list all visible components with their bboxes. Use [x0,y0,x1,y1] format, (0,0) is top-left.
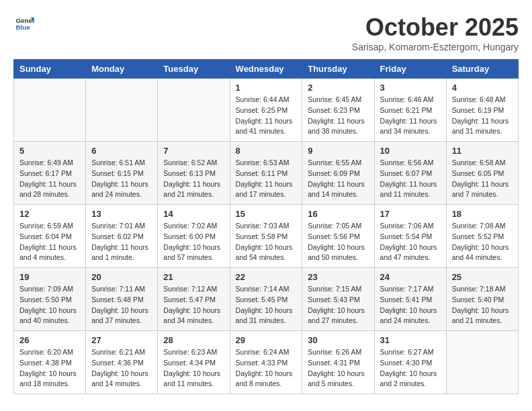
day-info: Sunrise: 6:46 AMSunset: 6:21 PMDaylight:… [380,95,441,137]
day-cell: 2Sunrise: 6:45 AMSunset: 6:23 PMDaylight… [302,79,374,142]
weekday-header-row: SundayMondayTuesdayWednesdayThursdayFrid… [14,60,519,79]
day-number: 24 [380,272,441,282]
day-number: 4 [452,83,513,93]
day-cell: 20Sunrise: 7:11 AMSunset: 5:48 PMDayligh… [86,268,158,331]
day-number: 20 [91,272,152,282]
day-cell: 19Sunrise: 7:09 AMSunset: 5:50 PMDayligh… [14,268,86,331]
day-cell: 17Sunrise: 7:06 AMSunset: 5:54 PMDayligh… [374,205,446,268]
day-info: Sunrise: 6:24 AMSunset: 4:33 PMDaylight:… [236,347,297,390]
day-info: Sunrise: 6:49 AMSunset: 6:17 PMDaylight:… [19,158,80,200]
day-number: 1 [236,83,297,93]
day-cell: 4Sunrise: 6:48 AMSunset: 6:19 PMDaylight… [446,79,518,142]
day-number: 8 [236,146,297,156]
day-cell: 16Sunrise: 7:05 AMSunset: 5:56 PMDayligh… [302,205,374,268]
day-info: Sunrise: 6:23 AMSunset: 4:34 PMDaylight:… [163,347,224,390]
day-cell: 25Sunrise: 7:18 AMSunset: 5:40 PMDayligh… [446,268,518,331]
day-number: 30 [308,335,368,345]
day-number: 5 [19,146,80,156]
day-info: Sunrise: 6:59 AMSunset: 6:04 PMDaylight:… [19,221,80,263]
day-info: Sunrise: 6:53 AMSunset: 6:11 PMDaylight:… [236,158,297,200]
day-info: Sunrise: 7:17 AMSunset: 5:41 PMDaylight:… [380,284,441,326]
day-cell: 26Sunrise: 6:20 AMSunset: 4:38 PMDayligh… [14,331,86,394]
day-cell: 21Sunrise: 7:12 AMSunset: 5:47 PMDayligh… [158,268,230,331]
calendar-table: SundayMondayTuesdayWednesdayThursdayFrid… [13,59,519,394]
day-number: 19 [19,272,80,282]
week-row-3: 12Sunrise: 6:59 AMSunset: 6:04 PMDayligh… [14,205,519,268]
day-cell: 28Sunrise: 6:23 AMSunset: 4:34 PMDayligh… [158,331,230,394]
day-number: 25 [452,272,513,282]
day-number: 11 [452,146,513,156]
day-info: Sunrise: 7:18 AMSunset: 5:40 PMDaylight:… [452,284,513,326]
day-info: Sunrise: 6:26 AMSunset: 4:31 PMDaylight:… [308,347,368,390]
day-cell: 11Sunrise: 6:58 AMSunset: 6:05 PMDayligh… [446,142,518,205]
day-cell: 12Sunrise: 6:59 AMSunset: 6:04 PMDayligh… [14,205,86,268]
header-saturday: Saturday [446,60,518,79]
header-monday: Monday [86,60,158,79]
day-cell: 10Sunrise: 6:56 AMSunset: 6:07 PMDayligh… [374,142,446,205]
header-tuesday: Tuesday [158,60,230,79]
day-number: 18 [452,209,513,219]
day-cell: 6Sunrise: 6:51 AMSunset: 6:15 PMDaylight… [86,142,158,205]
logo: General Blue [13,13,35,36]
day-number: 13 [91,209,152,219]
day-number: 28 [163,335,224,345]
day-number: 22 [236,272,297,282]
location-subtitle: Sarisap, Komarom-Esztergom, Hungary [352,42,519,52]
week-row-4: 19Sunrise: 7:09 AMSunset: 5:50 PMDayligh… [14,268,519,331]
day-number: 31 [380,335,441,345]
day-number: 3 [380,83,441,93]
day-cell: 24Sunrise: 7:17 AMSunset: 5:41 PMDayligh… [374,268,446,331]
day-number: 27 [91,335,152,345]
day-info: Sunrise: 7:15 AMSunset: 5:43 PMDaylight:… [308,284,368,326]
day-info: Sunrise: 6:55 AMSunset: 6:09 PMDaylight:… [308,158,368,200]
day-cell [86,79,158,142]
day-cell: 15Sunrise: 7:03 AMSunset: 5:58 PMDayligh… [230,205,302,268]
day-info: Sunrise: 6:58 AMSunset: 6:05 PMDaylight:… [452,158,513,200]
day-cell: 23Sunrise: 7:15 AMSunset: 5:43 PMDayligh… [302,268,374,331]
day-number: 10 [380,146,441,156]
day-info: Sunrise: 7:11 AMSunset: 5:48 PMDaylight:… [91,284,152,326]
day-number: 26 [19,335,80,345]
day-cell: 1Sunrise: 6:44 AMSunset: 6:25 PMDaylight… [230,79,302,142]
month-title: October 2025 [352,13,519,42]
day-cell: 7Sunrise: 6:52 AMSunset: 6:13 PMDaylight… [158,142,230,205]
day-cell [446,331,518,394]
day-cell: 3Sunrise: 6:46 AMSunset: 6:21 PMDaylight… [374,79,446,142]
day-info: Sunrise: 7:06 AMSunset: 5:54 PMDaylight:… [380,221,441,263]
week-row-1: 1Sunrise: 6:44 AMSunset: 6:25 PMDaylight… [14,79,519,142]
day-number: 16 [308,209,368,219]
day-info: Sunrise: 7:08 AMSunset: 5:52 PMDaylight:… [452,221,513,263]
day-cell: 27Sunrise: 6:21 AMSunset: 4:36 PMDayligh… [86,331,158,394]
day-info: Sunrise: 7:02 AMSunset: 6:00 PMDaylight:… [163,221,224,263]
day-number: 9 [308,146,368,156]
day-number: 2 [308,83,368,93]
day-cell: 30Sunrise: 6:26 AMSunset: 4:31 PMDayligh… [302,331,374,394]
day-info: Sunrise: 7:12 AMSunset: 5:47 PMDaylight:… [163,284,224,326]
day-info: Sunrise: 6:27 AMSunset: 4:30 PMDaylight:… [380,347,441,390]
week-row-2: 5Sunrise: 6:49 AMSunset: 6:17 PMDaylight… [14,142,519,205]
header-wednesday: Wednesday [230,60,302,79]
day-number: 12 [19,209,80,219]
day-number: 15 [236,209,297,219]
day-number: 6 [91,146,152,156]
day-number: 23 [308,272,368,282]
day-number: 17 [380,209,441,219]
day-cell: 9Sunrise: 6:55 AMSunset: 6:09 PMDaylight… [302,142,374,205]
day-info: Sunrise: 7:05 AMSunset: 5:56 PMDaylight:… [308,221,368,263]
day-cell: 18Sunrise: 7:08 AMSunset: 5:52 PMDayligh… [446,205,518,268]
header-sunday: Sunday [14,60,86,79]
day-cell [158,79,230,142]
day-cell [14,79,86,142]
day-cell: 22Sunrise: 7:14 AMSunset: 5:45 PMDayligh… [230,268,302,331]
day-cell: 31Sunrise: 6:27 AMSunset: 4:30 PMDayligh… [374,331,446,394]
day-info: Sunrise: 6:51 AMSunset: 6:15 PMDaylight:… [91,158,152,200]
day-number: 7 [163,146,224,156]
day-info: Sunrise: 6:20 AMSunset: 4:38 PMDaylight:… [19,347,80,390]
day-number: 29 [236,335,297,345]
header: General Blue October 2025 Sarisap, Komar… [13,13,519,52]
header-friday: Friday [374,60,446,79]
day-info: Sunrise: 6:52 AMSunset: 6:13 PMDaylight:… [163,158,224,200]
day-info: Sunrise: 6:44 AMSunset: 6:25 PMDaylight:… [236,95,297,137]
day-number: 21 [163,272,224,282]
day-cell: 8Sunrise: 6:53 AMSunset: 6:11 PMDaylight… [230,142,302,205]
